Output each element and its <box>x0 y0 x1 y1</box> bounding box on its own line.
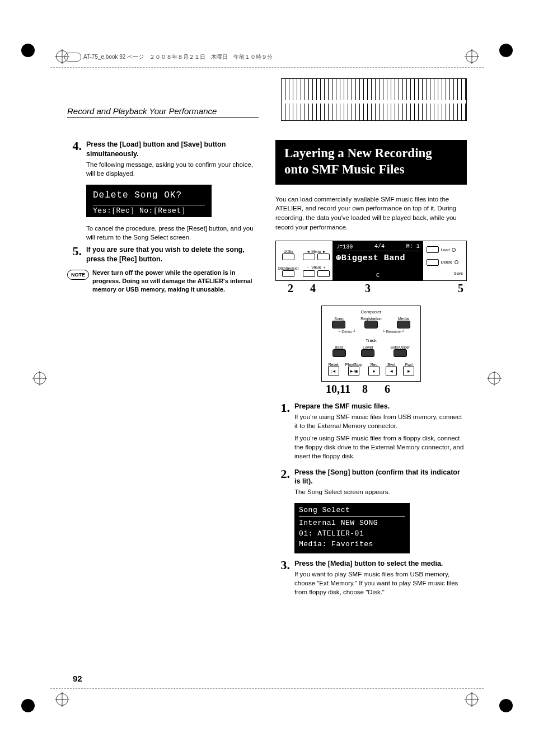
label-rename: Rename <box>386 330 400 334</box>
label-display: Display/Exit <box>278 266 299 270</box>
page-number: 92 <box>73 674 82 683</box>
step-1-head: Prepare the SMF music files. <box>294 402 467 411</box>
callout-6: 6 <box>385 383 390 396</box>
label-reset: Reset <box>328 363 338 367</box>
lcd-time: 4/4 <box>374 243 385 250</box>
callouts-bottom: 10,11 8 6 <box>275 383 467 397</box>
menu-left-button <box>303 253 315 260</box>
lcd-line2: Yes:[Rec] No:[Reset] <box>93 205 205 215</box>
step-4-desc: The following message, asking you to con… <box>86 160 259 178</box>
lcd-song-select: Song Select Internal NEW SONG 01: ATELIE… <box>294 503 410 553</box>
lcd2-line2: 01: ATELIER-01 <box>299 529 405 539</box>
layering-heading: Layering a New Recording onto SMF Music … <box>275 140 467 185</box>
step-3-head: Press the [Media] button to select the m… <box>294 559 467 569</box>
step-5: 5. If you are sure that you wish to dele… <box>67 245 259 265</box>
menu-right-button <box>317 253 330 260</box>
registration-mark <box>466 50 478 63</box>
rec-button: ● <box>368 367 380 375</box>
label-media: Media <box>398 317 409 321</box>
step-2-desc: The Song Select screen appears. <box>294 487 467 496</box>
value-minus-button <box>303 270 315 277</box>
lcd-song-title: Biggest Band <box>341 253 405 263</box>
left-column: Record and Playback Your Performance 4. … <box>67 84 259 666</box>
step-number: 2. <box>275 468 290 500</box>
label-song: Song <box>334 317 343 321</box>
lcd-chord: C <box>376 273 380 279</box>
step-4-head: Press the [Load] button and [Save] butto… <box>86 140 259 159</box>
step-3-desc: If you want to play SMF music files from… <box>294 570 467 597</box>
step-1-desc-b: If you're using SMF music files from a f… <box>294 434 467 461</box>
callout-2: 2 <box>288 282 293 295</box>
registration-button <box>364 321 378 328</box>
label-fwd: Fwd <box>405 363 413 367</box>
step-4: 4. Press the [Load] button and [Save] bu… <box>67 140 259 181</box>
page-content: Record and Playback Your Performance 4. … <box>67 84 467 666</box>
label-bwd: Bwd <box>387 363 395 367</box>
after-lcd-text: To cancel the procedure, press the [Rese… <box>86 224 259 242</box>
label-bass: Bass <box>335 345 344 349</box>
note-text: Never turn off the power while the opera… <box>92 269 259 294</box>
step-5-head: If you are sure that you wish to delete … <box>86 245 259 264</box>
step-2: 2. Press the [Song] button (confirm that… <box>275 468 467 500</box>
step-number: 4. <box>67 140 82 181</box>
registration-mark <box>56 693 68 706</box>
label-play-stop: Play/Stop <box>345 363 362 367</box>
callout-3: 3 <box>365 282 371 295</box>
bwd-button: ◄ <box>386 367 397 375</box>
lcd-tempo: ♩=130 <box>336 243 353 250</box>
right-button-column: Load Delete Save <box>423 241 466 280</box>
label-rec: Rec <box>371 363 377 367</box>
label-registration: Registration <box>360 317 381 321</box>
lower-button <box>361 349 374 357</box>
media-button <box>397 321 410 328</box>
step-number: 1. <box>275 402 290 464</box>
note-badge: NOTE <box>67 270 89 280</box>
callouts-top: 2 4 3 5 <box>275 282 467 299</box>
callout-4: 4 <box>310 282 316 295</box>
label-save: Save <box>454 271 463 275</box>
delete-button <box>427 259 439 266</box>
lcd2-line3: Media: Favorites <box>299 539 405 550</box>
callout-8: 8 <box>362 383 368 396</box>
lcd-line1: Delete Song OK? <box>93 190 205 200</box>
lcd2-line1: Internal NEW SONG <box>299 518 405 529</box>
step-1-desc-a: If you're using SMF music files from USB… <box>294 412 467 430</box>
callout-10-11: 10,11 <box>326 383 350 396</box>
header-note-text: AT-75_e.book 92 ページ ２００８年８月２１日 木曜日 午前１０時… <box>83 54 273 60</box>
label-solo-upper: Solo/Upper <box>390 345 410 349</box>
label-utility: Utility <box>284 250 293 253</box>
printer-mark <box>499 699 513 712</box>
note-block: NOTE Never turn off the power while the … <box>67 269 259 294</box>
registration-mark <box>466 693 478 706</box>
callout-5: 5 <box>458 282 463 295</box>
composer-panel: Composer Song Registration Media └ Demo … <box>321 306 421 382</box>
printer-mark <box>21 44 35 57</box>
load-button <box>427 246 439 253</box>
reset-button: |◄ <box>328 367 339 375</box>
header-note: AT-75_e.book 92 ページ ２００８年８月２１日 木曜日 午前１０時… <box>64 53 273 62</box>
step-1: 1. Prepare the SMF music files. If you'r… <box>275 402 467 464</box>
bass-button <box>332 349 346 357</box>
utility-button <box>282 253 294 260</box>
label-menu: ◄ Menu ► <box>306 250 326 253</box>
intro-paragraph: You can load commercially available SMF … <box>275 195 467 232</box>
step-number: 5. <box>67 245 82 265</box>
display-button <box>282 270 294 277</box>
play-stop-button: ►/■ <box>348 367 359 375</box>
section-title: Record and Playback Your Performance <box>67 106 259 118</box>
fwd-button: ► <box>403 367 414 375</box>
step-number: 3. <box>275 559 290 600</box>
registration-mark <box>34 372 46 384</box>
value-plus-button <box>317 270 330 277</box>
left-button-grid: Utility ◄ Menu ► Display/Exit － Value ＋ <box>276 241 332 280</box>
step-2-head: Press the [Song] button (confirm that it… <box>294 468 467 487</box>
lcd-measure: M: 1 <box>406 243 420 250</box>
lcd-confirm-delete: Delete Song OK? Yes:[Rec] No:[Reset] <box>86 185 212 217</box>
composer-title: Composer <box>326 309 416 314</box>
label-load: Load <box>441 248 450 252</box>
right-column: Layering a New Recording onto SMF Music … <box>275 84 467 666</box>
step-3: 3. Press the [Media] button to select th… <box>275 559 467 600</box>
track-title: Track <box>326 338 416 343</box>
panel-lcd: ♩=130 4/4 M: 1 ⊛Biggest Band C <box>332 241 423 280</box>
label-delete: Delete <box>441 260 452 264</box>
